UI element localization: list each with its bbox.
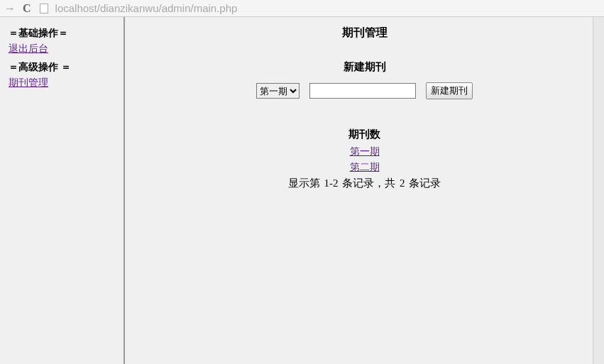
logout-link[interactable]: 退出后台	[9, 43, 115, 55]
main-panel: 期刊管理 新建期刊 第一期 新建期刊 期刊数 第一期 第二期 显示第 1-2 条…	[125, 17, 604, 364]
create-journal-title: 新建期刊	[125, 60, 604, 74]
journal-count-title: 期刊数	[125, 128, 604, 141]
issue-link[interactable]: 第一期	[125, 144, 604, 160]
create-journal-button[interactable]: 新建期刊	[426, 82, 473, 99]
journal-manage-link[interactable]: 期刊管理	[9, 77, 115, 89]
record-summary: 显示第 1-2 条记录，共 2 条记录	[125, 177, 604, 190]
page-icon	[40, 4, 48, 13]
issue-link[interactable]: 第二期	[125, 160, 604, 175]
page-title: 期刊管理	[125, 26, 604, 40]
sidebar-section-advanced: ＝高级操作 ＝	[9, 61, 115, 74]
back-arrow-icon[interactable]: →	[3, 2, 17, 15]
browser-toolbar: → C localhost/dianzikanwu/admin/main.php	[0, 0, 604, 17]
journal-name-input[interactable]	[309, 83, 416, 99]
url-display: localhost/dianzikanwu/admin/main.php	[55, 2, 238, 14]
sidebar: ＝基础操作＝ 退出后台 ＝高级操作 ＝ 期刊管理	[0, 17, 125, 364]
issue-select[interactable]: 第一期	[256, 83, 300, 99]
create-form-row: 第一期 新建期刊	[125, 82, 604, 99]
content-area: ＝基础操作＝ 退出后台 ＝高级操作 ＝ 期刊管理 期刊管理 新建期刊 第一期 新…	[0, 17, 604, 364]
sidebar-section-basic: ＝基础操作＝	[9, 27, 115, 40]
vertical-scrollbar[interactable]	[593, 17, 604, 364]
reload-icon[interactable]: C	[23, 2, 31, 15]
